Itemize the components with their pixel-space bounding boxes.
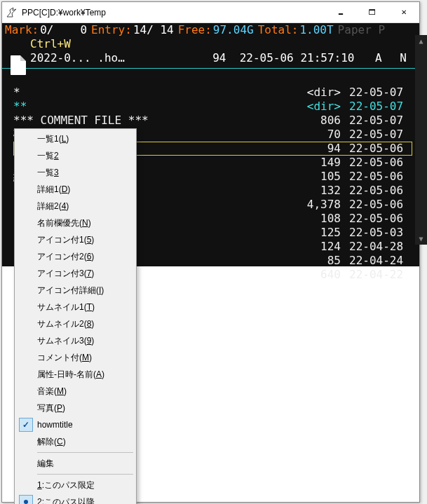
file-row[interactable]: *<dir>22-05-07 — [13, 86, 412, 100]
menu-item[interactable]: 属性-日時-名前(A) — [16, 366, 135, 383]
menu-item[interactable]: 一覧2 — [16, 147, 135, 164]
file-date: 22-05-06 — [349, 198, 412, 212]
entry-label: Entry: — [91, 23, 132, 37]
menu-label: 名前欄優先(N) — [37, 217, 91, 229]
menu-item[interactable]: 音楽(M) — [16, 383, 135, 400]
menu-label: 写真(P) — [37, 402, 65, 414]
file-size: 108 — [290, 212, 349, 226]
menu-label: サムネイル1(T) — [37, 301, 95, 313]
menu-label: 解除(C) — [37, 436, 66, 448]
file-size: <dir> — [290, 100, 349, 114]
window-title: PPC[C]D:¥work¥Temp — [22, 8, 325, 18]
mark-bytes: 0 — [79, 23, 91, 37]
close-button[interactable]: ✕ — [388, 2, 419, 22]
menu-label: 編集 — [37, 458, 54, 470]
info-name: 2022-0... .ho… — [30, 51, 125, 65]
info-line: 2022-0... .ho… 94 22-05-06 21:57:10 A N — [2, 51, 419, 65]
vertical-scrollbar[interactable]: ▲ ▼ — [415, 35, 427, 245]
file-date: 22-04-22 — [349, 268, 412, 282]
menu-label: 2:このパス以降 — [37, 496, 95, 505]
menu-item[interactable]: 編集 — [16, 455, 135, 472]
menu-item[interactable]: アイコン付3(7) — [16, 265, 135, 282]
current-file-line: Ctrl+W — [2, 37, 419, 51]
menu-item[interactable]: サムネイル2(8) — [16, 315, 135, 332]
info-size: 94 — [212, 51, 226, 64]
menu-label: 詳細2(4) — [37, 200, 69, 212]
file-date: 22-05-06 — [349, 212, 412, 226]
file-date: 22-05-06 — [349, 156, 412, 170]
file-size: <dir> — [290, 86, 349, 100]
panel-divider — [2, 68, 419, 69]
menu-label: アイコン付2(6) — [37, 251, 94, 263]
menu-label: サムネイル2(8) — [37, 318, 94, 330]
file-size: 105 — [290, 170, 349, 184]
file-size: 132 — [290, 184, 349, 198]
menu-item[interactable]: 2:このパス以降 — [16, 493, 135, 504]
file-size: 125 — [290, 226, 349, 240]
menu-separator — [37, 452, 133, 453]
file-size: 640 — [290, 268, 349, 282]
menu-item[interactable]: howmtitle — [16, 416, 135, 433]
menu-item[interactable]: コメント付(M) — [16, 349, 135, 366]
menu-item[interactable]: 1:このパス限定 — [16, 477, 135, 493]
menu-item[interactable]: 一覧3 — [16, 164, 135, 181]
file-row[interactable]: **<dir>22-05-07 — [13, 100, 412, 114]
menu-label: 一覧2 — [37, 150, 59, 162]
menu-label: 属性-日時-名前(A) — [37, 369, 104, 381]
menu-item[interactable]: サムネイル3(9) — [16, 332, 135, 349]
menu-label: 一覧3 — [37, 167, 59, 179]
menu-item[interactable]: 一覧1(L) — [16, 130, 135, 147]
file-date: 22-04-24 — [349, 254, 412, 268]
total-value: 1.00T — [298, 23, 337, 37]
file-icon — [11, 55, 26, 75]
context-menu[interactable]: 一覧1(L)一覧2一覧3詳細1(D)詳細2(4)名前欄優先(N)アイコン付1(5… — [14, 128, 137, 504]
app-icon — [6, 7, 18, 18]
scroll-down-icon[interactable]: ▼ — [415, 233, 427, 245]
menu-label: howmtitle — [37, 420, 73, 430]
menu-label: アイコン付3(7) — [37, 268, 94, 280]
file-date: 22-05-06 — [349, 170, 412, 184]
menu-item[interactable]: 詳細2(4) — [16, 198, 135, 214]
menu-label: サムネイル3(9) — [37, 335, 94, 347]
menu-label: 一覧1(L) — [37, 133, 69, 145]
file-name: ** — [13, 100, 290, 114]
entry-value: 14/ 14 — [132, 23, 178, 37]
mark-label: Mark: — [5, 23, 39, 37]
info-datetime: 22-05-06 21:57:10 — [240, 51, 355, 64]
file-date: 22-05-07 — [349, 100, 412, 114]
minimize-button[interactable]: 🗕 — [325, 2, 356, 22]
menu-item[interactable]: 名前欄優先(N) — [16, 214, 135, 231]
file-size: 806 — [290, 114, 349, 128]
file-date: 22-05-06 — [349, 184, 412, 198]
maximize-button[interactable]: 🗖 — [356, 2, 388, 22]
menu-item[interactable]: 詳細1(D) — [16, 181, 135, 198]
menu-separator — [37, 474, 133, 475]
mark-value: 0/ — [39, 23, 57, 37]
paper-label: Paper P — [338, 23, 385, 37]
total-label: Total: — [258, 23, 299, 37]
menu-label: 詳細1(D) — [37, 184, 70, 196]
file-row[interactable]: *** COMMENT FILE ***80622-05-07 — [13, 114, 412, 128]
file-date: 22-05-06 — [349, 142, 412, 156]
scroll-up-icon[interactable]: ▲ — [415, 35, 427, 47]
file-size: 85 — [290, 254, 349, 268]
menu-label: 音楽(M) — [37, 386, 67, 397]
menu-item[interactable]: 解除(C) — [16, 433, 135, 450]
file-date: 22-05-07 — [349, 86, 412, 100]
menu-item[interactable]: アイコン付1(5) — [16, 231, 135, 248]
file-date: 22-05-07 — [349, 114, 412, 128]
check-icon — [19, 418, 33, 432]
free-label: Free: — [178, 23, 212, 37]
menu-item[interactable]: アイコン付2(6) — [16, 248, 135, 265]
status-panel: Mark: 0/ 0 Entry: 14/ 14 Free: 97.04G To… — [2, 23, 419, 84]
file-size: 94 — [290, 142, 349, 156]
info-attrs: A N — [375, 51, 412, 64]
file-name: * — [13, 86, 290, 100]
menu-label: コメント付(M) — [37, 352, 92, 364]
file-date: 22-05-07 — [349, 128, 412, 142]
menu-item[interactable]: 写真(P) — [16, 400, 135, 416]
titlebar[interactable]: PPC[C]D:¥work¥Temp 🗕 🗖 ✕ — [2, 2, 419, 23]
menu-item[interactable]: サムネイル1(T) — [16, 299, 135, 315]
menu-label: アイコン付詳細(I) — [37, 285, 104, 297]
menu-item[interactable]: アイコン付詳細(I) — [16, 282, 135, 299]
